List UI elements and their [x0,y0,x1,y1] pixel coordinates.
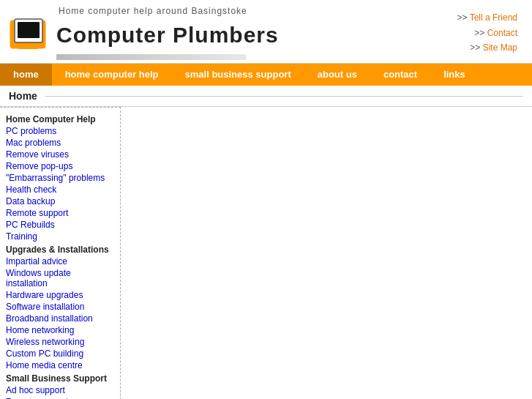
sidebar-link-remote-support-2[interactable]: Remote support [0,396,120,399]
site-map-link[interactable]: >> Site Map [457,40,517,55]
sidebar-link-wireless-networking[interactable]: Wireless networking [0,336,120,348]
sidebar-link-broadband[interactable]: Broadband installation [0,313,120,324]
sidebar-link-remove-popups[interactable]: Remove pop-ups [0,160,120,172]
sidebar-link-pc-problems[interactable]: PC problems [0,125,120,137]
nav-home[interactable]: home [0,64,52,86]
sidebar-link-remove-viruses[interactable]: Remove viruses [0,149,120,160]
sidebar-link-embarrassing[interactable]: "Embarrassing" problems [0,172,120,184]
sidebar-section-title-upgrades: Upgrades & Installations [0,242,120,256]
tagline: Home computer help around Basingstoke [59,6,247,16]
nav-bar: home home computer help small business s… [0,64,532,86]
page-header-bar: Home [0,86,532,107]
sidebar-link-custom-pc[interactable]: Custom PC building [0,348,120,359]
nav-small-business-support[interactable]: small business support [172,64,304,86]
sidebar-link-windows-update[interactable]: Windows update installation [0,267,120,289]
sidebar-link-hardware-upgrades[interactable]: Hardware upgrades [0,289,120,301]
top-links: >> Tell a Friend >> Contact >> Site Map [457,10,523,55]
sidebar-link-impartial-advice[interactable]: Impartial advice [0,256,120,267]
logo-text: Computer Plumbers [56,23,279,48]
sidebar-link-home-networking[interactable]: Home networking [0,324,120,336]
nav-about-us[interactable]: about us [304,64,370,86]
sidebar-link-health-check[interactable]: Health check [0,184,120,195]
contact-link[interactable]: >> Contact [457,26,517,40]
sidebar-link-remote-support-1[interactable]: Remote support [0,207,120,219]
sidebar-link-data-backup[interactable]: Data backup [0,195,120,207]
nav-home-computer-help[interactable]: home computer help [52,64,172,86]
logo-area: Home computer help around Basingstoke Co… [9,6,279,60]
svg-rect-4 [19,47,38,49]
sidebar-link-mac-problems[interactable]: Mac problems [0,137,120,149]
logo-row: Computer Plumbers [9,18,279,53]
main-content [121,107,532,399]
page-header-divider [45,96,523,97]
site-header: Home computer help around Basingstoke Co… [0,0,532,64]
sidebar: Home Computer Help PC problems Mac probl… [0,107,121,399]
sidebar-link-pc-rebuilds[interactable]: PC Rebuilds [0,219,120,231]
sidebar-link-ad-hoc[interactable]: Ad hoc support [0,384,120,396]
sidebar-section-title-home-computer-help: Home Computer Help [0,112,120,125]
svg-rect-3 [23,44,34,47]
header-arrow [56,54,247,60]
logo-icon [9,18,49,53]
tell-a-friend-link[interactable]: >> Tell a Friend [457,10,517,25]
sidebar-link-home-media[interactable]: Home media centre [0,359,120,371]
sidebar-link-software-installation[interactable]: Software installation [0,301,120,313]
nav-contact[interactable]: contact [370,64,430,86]
main-layout: Home Computer Help PC problems Mac probl… [0,107,532,399]
svg-rect-2 [18,22,40,38]
page-title: Home [9,90,37,102]
sidebar-link-training[interactable]: Training [0,231,120,242]
nav-links[interactable]: links [430,64,479,86]
sidebar-section-title-small-business: Small Business Support [0,371,120,384]
